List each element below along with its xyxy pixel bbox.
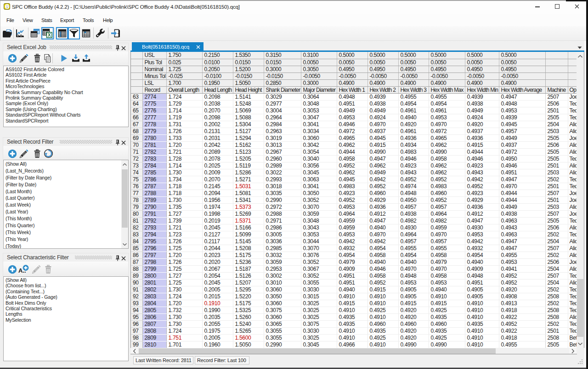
svg-text:X: X bbox=[48, 32, 51, 38]
